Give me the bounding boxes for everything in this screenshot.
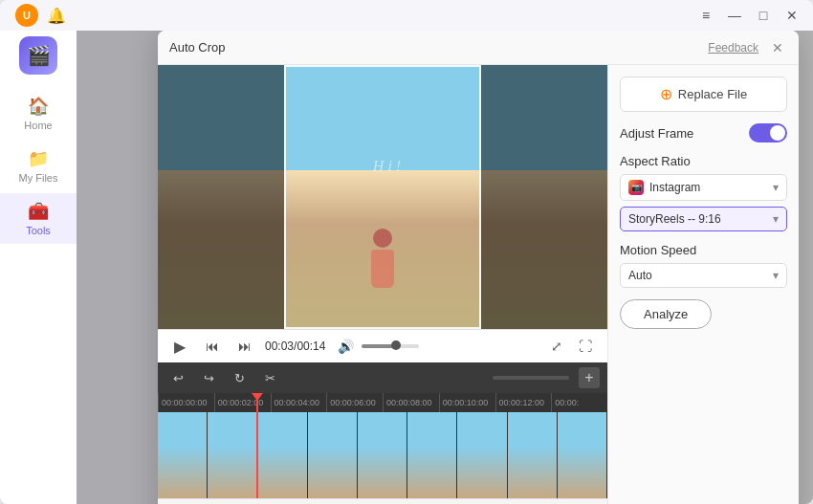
- sidebar-label-home: Home: [24, 120, 52, 131]
- track-thumb-3: [257, 412, 307, 498]
- maximize-button[interactable]: □: [750, 6, 777, 25]
- video-controls: ▶ ⏮ ⏭ 00:03/00:14 🔊: [158, 329, 607, 362]
- notifications-icon[interactable]: 🔔: [46, 5, 67, 26]
- motion-speed-arrow: ▾: [773, 269, 779, 282]
- zoom-slider[interactable]: [493, 376, 569, 380]
- track-thumb-4: [308, 412, 358, 498]
- track-thumb-8: [508, 412, 558, 498]
- title-bar: U 🔔 ≡ — □ ✕: [0, 0, 813, 31]
- auto-crop-modal: Auto Crop Feedback ✕: [158, 31, 799, 504]
- video-area: Hi!: [158, 65, 607, 504]
- time-display: 00:03/00:14: [265, 340, 325, 353]
- sidebar-item-tools[interactable]: 🧰 Tools: [0, 193, 77, 244]
- track-thumb-9: [558, 412, 607, 498]
- close-button[interactable]: ✕: [779, 6, 805, 25]
- instagram-icon: 📷: [628, 180, 644, 195]
- track-thumb-7: [457, 412, 507, 498]
- motion-speed-value: Auto: [628, 269, 652, 282]
- content-area: converter ages to other ur files to mmer…: [77, 31, 813, 504]
- track-thumb-6: [407, 412, 457, 498]
- minimize-button[interactable]: —: [721, 6, 748, 25]
- ruler-mark-4: 00:00:08:00: [383, 393, 439, 412]
- aspect-ratio-section: Aspect Ratio 📷 Instagram ▾ StoryReels --…: [620, 154, 787, 231]
- feedback-link[interactable]: Feedback: [708, 41, 758, 55]
- modal-body: Hi!: [158, 65, 799, 504]
- crop-overlay: Hi!: [158, 65, 607, 329]
- aspect-ratio-label: Aspect Ratio: [620, 154, 787, 168]
- ruler-mark-0: 00:00:00:00: [158, 393, 214, 412]
- video-container: Hi!: [158, 65, 607, 329]
- playhead-track: [256, 412, 258, 498]
- files-icon: 📁: [28, 148, 49, 169]
- analyze-button[interactable]: Analyze: [620, 299, 712, 329]
- app-logo: 🎬: [19, 36, 57, 75]
- volume-slider[interactable]: [362, 344, 419, 348]
- person-figure: [371, 229, 394, 288]
- adjust-frame-toggle[interactable]: [749, 123, 787, 142]
- tools-icon: 🧰: [28, 201, 49, 222]
- volume-area: 🔊: [333, 334, 419, 359]
- prev-frame-button[interactable]: ⏮: [200, 334, 225, 359]
- platform-value: Instagram: [649, 181, 700, 194]
- app-window: U 🔔 ≡ — □ ✕ 🎬 🏠 Home 📁 My Files 🧰: [0, 0, 813, 504]
- motion-speed-label: Motion Speed: [620, 243, 787, 257]
- playhead-ruler: [256, 393, 258, 412]
- aspect-ratio-value: StoryReels -- 9:16: [628, 212, 721, 226]
- crop-left-mask: [158, 65, 284, 329]
- toggle-knob: [770, 125, 785, 141]
- modal-footer: File Location: D:\Wondershare UniConvert…: [158, 498, 607, 504]
- main-layout: 🎬 🏠 Home 📁 My Files 🧰 Tools converter ag…: [0, 31, 813, 504]
- crop-center-region: Hi!: [284, 65, 482, 329]
- volume-icon[interactable]: 🔊: [333, 334, 358, 359]
- motion-speed-dropdown[interactable]: Auto ▾: [620, 263, 787, 288]
- fullscreen-controls: ⤢ ⛶: [544, 334, 598, 359]
- timeline-area: ↩ ↪ ↻ ✂ +: [158, 362, 607, 498]
- hamburger-button[interactable]: ≡: [692, 6, 719, 25]
- fullscreen-button[interactable]: ⛶: [573, 334, 598, 359]
- replace-file-button[interactable]: ⊕ Replace File: [620, 77, 787, 112]
- sidebar-item-home[interactable]: 🏠 Home: [0, 88, 77, 139]
- platform-dropdown[interactable]: 📷 Instagram ▾: [620, 174, 787, 201]
- modal-close-button[interactable]: ✕: [768, 38, 787, 57]
- title-bar-controls: ≡ — □ ✕: [692, 6, 805, 25]
- video-frame: Hi!: [158, 65, 607, 329]
- refresh-button[interactable]: ↻: [227, 367, 252, 388]
- ruler-mark-5: 00:00:10:00: [439, 393, 495, 412]
- redo-button[interactable]: ↪: [196, 367, 221, 388]
- aspect-ratio-dropdown[interactable]: StoryReels -- 9:16 ▾: [620, 207, 787, 231]
- next-frame-button[interactable]: ⏭: [232, 334, 257, 359]
- adjust-frame-label: Adjust Frame: [620, 126, 693, 141]
- timeline-ruler: 00:00:00:00 00:00:02:00 00:00:04:00 00:0…: [158, 393, 607, 412]
- track-thumb-5: [358, 412, 407, 498]
- modal-title: Auto Crop: [169, 40, 698, 55]
- timeline-tracks[interactable]: [158, 412, 607, 498]
- title-bar-icons: U 🔔: [15, 4, 67, 27]
- sidebar-item-my-files[interactable]: 📁 My Files: [0, 141, 77, 191]
- track-thumb-2: [208, 412, 257, 498]
- ruler-marks: 00:00:00:00 00:00:02:00 00:00:04:00 00:0…: [158, 393, 607, 412]
- fit-screen-button[interactable]: ⤢: [544, 334, 569, 359]
- ruler-mark-2: 00:00:04:00: [271, 393, 327, 412]
- cut-button[interactable]: ✂: [257, 367, 282, 388]
- sidebar-label-tools: Tools: [26, 225, 51, 236]
- replace-icon: ⊕: [660, 85, 672, 103]
- volume-thumb: [391, 340, 401, 350]
- track-strip: [158, 412, 607, 498]
- ruler-mark-3: 00:00:06:00: [326, 393, 383, 412]
- right-panel: ⊕ Replace File Adjust Frame: [607, 65, 799, 504]
- dropdown-arrow: ▾: [773, 181, 779, 194]
- modal-header: Auto Crop Feedback ✕: [158, 31, 799, 65]
- sidebar-label-files: My Files: [19, 172, 58, 184]
- track-thumb-1: [158, 412, 208, 498]
- adjust-frame-section: Adjust Frame: [620, 123, 787, 142]
- video-text: Hi!: [373, 158, 405, 175]
- user-avatar[interactable]: U: [15, 4, 38, 27]
- dropdown-arrow-2: ▾: [773, 212, 779, 226]
- ruler-mark-6: 00:00:12:00: [495, 393, 552, 412]
- play-button[interactable]: ▶: [167, 334, 192, 359]
- zoom-add-button[interactable]: +: [579, 367, 600, 388]
- ruler-mark-7: 00:00:: [551, 393, 607, 412]
- crop-right-mask: [481, 65, 607, 329]
- undo-button[interactable]: ↩: [165, 367, 190, 388]
- motion-speed-section: Motion Speed Auto ▾: [620, 243, 787, 288]
